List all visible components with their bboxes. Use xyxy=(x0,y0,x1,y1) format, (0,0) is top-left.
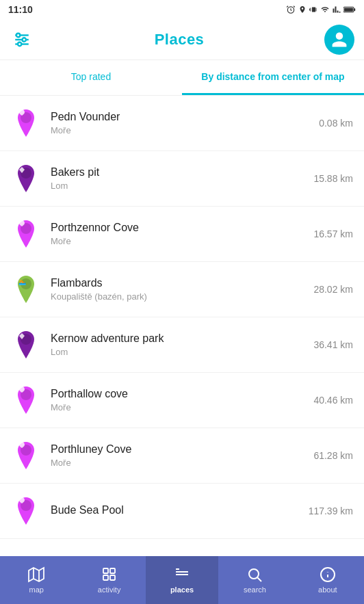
svg-rect-2 xyxy=(354,8,355,11)
svg-point-31 xyxy=(249,569,259,579)
svg-rect-3 xyxy=(344,8,353,11)
svg-rect-30 xyxy=(176,574,188,575)
alarm-icon xyxy=(286,5,296,14)
user-icon xyxy=(330,31,348,49)
place-name: Porthallow cove xyxy=(51,388,313,400)
place-name: Bude Sea Pool xyxy=(51,504,309,516)
svg-marker-21 xyxy=(29,568,44,581)
page-title: Places xyxy=(155,31,205,49)
place-pin xyxy=(11,216,41,252)
list-item[interactable]: Porthzennor Cove Moře 16.57 km xyxy=(0,207,364,262)
nav-label-places: places xyxy=(170,586,194,594)
svg-point-9 xyxy=(18,42,21,45)
place-distance: 61.28 km xyxy=(313,450,353,461)
nav-item-activity[interactable]: activity xyxy=(73,556,145,604)
svg-rect-29 xyxy=(176,571,188,573)
place-pin: 🏊 xyxy=(11,272,41,307)
status-time: 11:10 xyxy=(8,4,33,15)
wifi-icon xyxy=(320,5,330,14)
svg-rect-26 xyxy=(110,568,115,573)
tab-top-rated[interactable]: Top rated xyxy=(0,60,182,95)
place-category: Lom xyxy=(51,181,313,191)
avatar-button[interactable] xyxy=(324,25,354,55)
nav-label-map: map xyxy=(29,586,44,594)
signal-icon xyxy=(333,5,341,14)
nav-item-about[interactable]: about xyxy=(291,556,364,604)
svg-rect-28 xyxy=(176,568,179,570)
list-item[interactable]: Bude Sea Pool 117.39 km xyxy=(0,484,364,539)
activity-icon xyxy=(101,566,118,583)
map-icon xyxy=(28,566,44,583)
place-pin xyxy=(11,105,41,141)
vibrate-icon xyxy=(309,5,317,14)
svg-rect-27 xyxy=(110,575,115,580)
header: Places xyxy=(0,19,364,60)
filter-button[interactable] xyxy=(10,27,34,52)
place-pin xyxy=(11,327,41,363)
nav-label-about: about xyxy=(318,586,337,594)
place-name: Kernow adventure park xyxy=(51,332,313,345)
place-name: Pedn Vounder xyxy=(51,111,319,123)
place-distance: 28.02 km xyxy=(313,284,353,295)
tab-by-distance[interactable]: By distance from center of map xyxy=(182,60,364,95)
place-name: Bakers pit xyxy=(51,166,313,179)
list-item[interactable]: 🏊 Flambards Koupaliště (bazén, park) 28.… xyxy=(0,262,364,317)
search-icon xyxy=(246,566,263,583)
svg-rect-25 xyxy=(103,575,108,580)
place-name: Flambards xyxy=(51,277,313,289)
place-pin xyxy=(11,493,41,529)
nav-item-map[interactable]: map xyxy=(0,556,73,604)
list-item[interactable]: Kernow adventure park Lom 36.41 km xyxy=(0,317,364,373)
nav-label-activity: activity xyxy=(98,586,121,594)
place-pin xyxy=(11,438,41,473)
about-icon xyxy=(320,566,336,583)
place-category: Moře xyxy=(51,402,313,412)
place-pin xyxy=(11,382,41,418)
svg-line-32 xyxy=(258,578,262,582)
place-pin xyxy=(11,161,41,196)
tabs: Top rated By distance from center of map xyxy=(0,60,364,96)
svg-rect-24 xyxy=(103,568,108,573)
place-name: Porthluney Cove xyxy=(51,443,313,456)
place-distance: 15.88 km xyxy=(313,173,353,184)
place-category: Moře xyxy=(51,125,319,135)
place-category: Lom xyxy=(51,347,313,357)
list-item[interactable]: Pedn Vounder Moře 0.08 km xyxy=(0,96,364,151)
svg-point-7 xyxy=(16,33,20,36)
filter-icon xyxy=(13,31,31,49)
place-category: Koupaliště (bazén, park) xyxy=(51,291,313,302)
place-distance: 0.08 km xyxy=(319,118,353,129)
places-list: Pedn Vounder Moře 0.08 km Bakers pit Lom… xyxy=(0,96,364,556)
nav-label-search: search xyxy=(244,586,266,594)
battery-icon xyxy=(343,5,356,14)
list-item[interactable]: Porthluney Cove Moře 61.28 km xyxy=(0,428,364,484)
nav-item-places[interactable]: places xyxy=(146,556,218,604)
places-icon xyxy=(174,566,190,583)
place-category: Moře xyxy=(51,458,313,468)
bottom-nav: map activity places search about xyxy=(0,556,364,604)
svg-text:🏊: 🏊 xyxy=(18,278,27,286)
location-icon xyxy=(298,5,307,14)
status-bar: 11:10 xyxy=(0,0,364,19)
status-icons xyxy=(286,5,356,14)
place-distance: 16.57 km xyxy=(313,228,353,239)
place-distance: 117.39 km xyxy=(309,505,353,516)
nav-item-search[interactable]: search xyxy=(218,556,291,604)
place-distance: 40.46 km xyxy=(313,395,353,406)
place-category: Moře xyxy=(51,236,313,246)
place-distance: 36.41 km xyxy=(313,339,353,350)
place-name: Porthzennor Cove xyxy=(51,222,313,234)
list-item[interactable]: Porthallow cove Moře 40.46 km xyxy=(0,373,364,428)
list-item[interactable]: Bakers pit Lom 15.88 km xyxy=(0,151,364,207)
svg-point-8 xyxy=(23,38,26,41)
